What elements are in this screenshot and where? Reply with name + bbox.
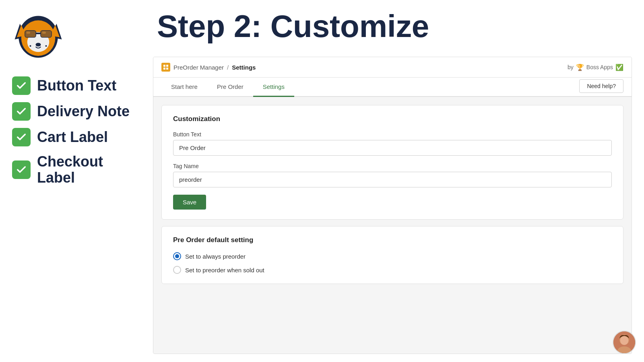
- svg-rect-19: [163, 68, 165, 70]
- left-panel: Button Text Delivery Note Cart Label: [0, 0, 145, 362]
- radio-label-always: Set to always preorder: [185, 253, 246, 260]
- button-text-group: Button Text: [173, 131, 612, 156]
- tab-settings[interactable]: Settings: [253, 78, 294, 97]
- radio-group: Set to always preorder Set to preorder w…: [173, 252, 612, 274]
- radio-sold-out-preorder[interactable]: Set to preorder when sold out: [173, 266, 612, 274]
- page-title: Step 2: Customize: [157, 8, 632, 45]
- preorder-settings-title: Pre Order default setting: [173, 236, 612, 244]
- button-text-input[interactable]: [173, 140, 612, 156]
- feature-item-cart-label: Cart Label: [12, 128, 133, 146]
- breadcrumb-separator: /: [227, 64, 229, 71]
- svg-rect-17: [163, 65, 165, 67]
- user-avatar: [613, 331, 635, 353]
- need-help-button[interactable]: Need help?: [579, 79, 623, 93]
- breadcrumb-app-name[interactable]: PreOrder Manager: [173, 64, 224, 71]
- tabs-left: Start here Pre Order Settings: [161, 78, 294, 96]
- feature-label-cart-label: Cart Label: [37, 129, 108, 145]
- svg-rect-13: [42, 32, 46, 34]
- tab-start-here[interactable]: Start here: [161, 78, 207, 97]
- tabs-bar: Start here Pre Order Settings Need help?: [153, 78, 632, 97]
- fox-logo: [12, 8, 64, 60]
- tag-name-group: Tag Name: [173, 163, 612, 187]
- breadcrumb-bar: PreOrder Manager / Settings by 🏆 Boss Ap…: [153, 57, 632, 78]
- preorder-settings-card: Pre Order default setting Set to always …: [161, 226, 623, 284]
- radio-always-preorder[interactable]: Set to always preorder: [173, 252, 612, 260]
- customization-card-title: Customization: [173, 115, 612, 123]
- tab-pre-order[interactable]: Pre Order: [207, 78, 253, 97]
- vendor-name: Boss Apps: [586, 64, 613, 70]
- svg-rect-12: [27, 32, 30, 34]
- feature-item-delivery-note: Delivery Note: [12, 102, 133, 121]
- feature-list: Button Text Delivery Note Cart Label: [12, 76, 133, 185]
- svg-rect-9: [36, 33, 41, 34]
- check-icon-delivery-note: [12, 102, 31, 121]
- radio-circle-sold-out: [173, 266, 181, 274]
- app-frame: PreOrder Manager / Settings by 🏆 Boss Ap…: [153, 57, 632, 354]
- by-text: by: [568, 64, 574, 70]
- radio-label-sold-out: Set to preorder when sold out: [185, 267, 264, 274]
- svg-rect-10: [25, 31, 36, 37]
- customization-card: Customization Button Text Tag Name Save: [161, 105, 623, 220]
- radio-circle-always: [173, 252, 181, 260]
- check-icon-checkout-label: [12, 160, 31, 179]
- breadcrumb-left: PreOrder Manager / Settings: [161, 63, 256, 72]
- feature-label-checkout-label: Checkout Label: [37, 154, 133, 185]
- feature-label-button-text: Button Text: [37, 78, 116, 94]
- svg-rect-18: [166, 65, 168, 67]
- svg-point-14: [36, 43, 41, 46]
- app-icon: [161, 63, 170, 72]
- feature-item-checkout-label: Checkout Label: [12, 154, 133, 185]
- check-icon-cart-label: [12, 128, 31, 146]
- breadcrumb-right: by 🏆 Boss Apps ✅: [568, 64, 623, 71]
- feature-item-button-text: Button Text: [12, 76, 133, 95]
- avatar-corner: [613, 331, 636, 354]
- svg-point-24: [620, 336, 628, 345]
- svg-rect-20: [166, 68, 168, 70]
- logo-area: [12, 8, 133, 60]
- button-text-label: Button Text: [173, 131, 612, 138]
- feature-label-delivery-note: Delivery Note: [37, 103, 130, 119]
- tag-name-input[interactable]: [173, 172, 612, 187]
- tag-name-label: Tag Name: [173, 163, 612, 169]
- svg-point-15: [30, 45, 31, 47]
- right-panel: Step 2: Customize PreOrder Manager / Set…: [145, 0, 644, 362]
- breadcrumb-current: Settings: [232, 64, 256, 71]
- svg-point-16: [45, 45, 47, 47]
- save-button[interactable]: Save: [173, 195, 206, 210]
- content-area: Customization Button Text Tag Name Save …: [153, 97, 632, 354]
- svg-rect-11: [41, 31, 52, 37]
- check-icon-button-text: [12, 76, 31, 95]
